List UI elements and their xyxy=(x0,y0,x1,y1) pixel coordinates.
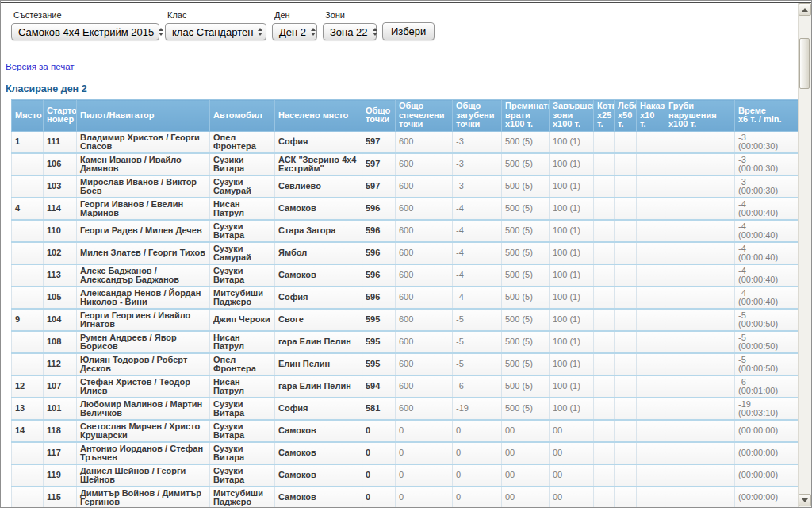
table-row: 12107Стефан Христов / Теодор ИлиевНисан … xyxy=(12,375,799,398)
select-arrows-icon xyxy=(258,28,262,36)
table-cell: Стара Загора xyxy=(275,220,362,242)
table-cell: 4 xyxy=(12,198,44,220)
table-cell: -4 xyxy=(453,198,502,220)
table-cell: -5 xyxy=(453,331,502,353)
scrollbar-thumb[interactable] xyxy=(799,38,810,89)
table-cell: Самоков xyxy=(275,198,362,220)
table-cell: Георги Радев / Милен Дечев xyxy=(77,220,210,242)
table-cell: Нисан Патрул xyxy=(210,375,275,398)
table-cell xyxy=(637,198,665,220)
table-cell: 0 xyxy=(396,487,453,508)
table-cell xyxy=(665,331,735,353)
table-cell: 597 xyxy=(362,175,396,198)
table-cell: Самоков xyxy=(275,487,362,508)
table-cell xyxy=(12,331,44,353)
table-cell: Опел Фронтера xyxy=(210,353,275,375)
table-cell xyxy=(615,242,637,264)
table-cell xyxy=(615,487,637,508)
scrollbar-up-button[interactable] xyxy=(799,3,811,16)
table-cell: 500 (5) xyxy=(502,242,550,264)
page-content: Състезание Самоков 4х4 Екстрийм 2015 Кла… xyxy=(1,3,798,507)
table-row: 106Камен Иванов / Ивайло ДамяновСузики В… xyxy=(12,153,799,175)
table-cell: 00 xyxy=(502,487,550,508)
table-cell: 100 (1) xyxy=(550,264,594,287)
select-button[interactable]: Избери xyxy=(382,22,435,40)
competition-select[interactable]: Самоков 4х4 Екстрийм 2015 xyxy=(11,23,159,40)
table-cell: 13 xyxy=(12,398,44,420)
vertical-scrollbar[interactable] xyxy=(798,3,811,507)
table-cell xyxy=(615,353,637,375)
table-cell: 104 xyxy=(44,309,77,331)
table-row: 117Антонио Иорданов / Стефан ТрънчевСузу… xyxy=(12,442,799,464)
table-row: 112Юлиян Тодоров / Роберт ДесковОпел Фро… xyxy=(12,353,799,375)
table-cell: 581 xyxy=(362,398,396,420)
class-select[interactable]: клас Стандартен xyxy=(165,23,266,40)
table-cell: 500 (5) xyxy=(502,353,550,375)
table-cell: Милен Златев / Георги Тихов xyxy=(77,242,210,264)
table-cell: 113 xyxy=(44,264,77,287)
table-cell xyxy=(665,287,735,309)
table-cell: София xyxy=(275,398,362,420)
table-cell xyxy=(665,264,735,287)
filter-bar: Състезание Самоков 4х4 Екстрийм 2015 Кла… xyxy=(11,10,798,40)
table-cell: 9 xyxy=(12,309,44,331)
table-cell: -4 (00:00:40) xyxy=(735,242,799,264)
table-cell: 0 xyxy=(362,464,396,487)
table-cell: 1 xyxy=(12,131,44,153)
table-cell xyxy=(12,220,44,242)
table-cell: 100 (1) xyxy=(550,331,594,353)
table-cell xyxy=(615,442,637,464)
table-cell: 100 (1) xyxy=(550,175,594,198)
table-cell: 597 xyxy=(362,131,396,153)
arrow-up-icon xyxy=(802,8,808,12)
table-cell: -3 (00:00:30) xyxy=(735,153,799,175)
table-cell: 103 xyxy=(44,175,77,198)
table-cell xyxy=(594,131,615,153)
column-header: Завършени зони х100 т. xyxy=(550,100,594,132)
table-cell: -3 (00:00:30) xyxy=(735,131,799,153)
table-cell: 600 xyxy=(396,287,453,309)
table-row: 105Александар Ненов / Йордан Николов - В… xyxy=(12,287,799,309)
table-cell xyxy=(615,131,637,153)
table-cell: 595 xyxy=(362,309,396,331)
table-cell xyxy=(637,331,665,353)
table-cell: Румен Андреев / Явор Борисов xyxy=(77,331,210,353)
table-cell: 596 xyxy=(362,242,396,264)
table-cell: Сузуки Витара xyxy=(210,464,275,487)
day-select-value: Ден 2 xyxy=(279,26,306,38)
table-row: 4114Георги Иванов / Евелин МариновНисан … xyxy=(12,198,799,220)
table-cell xyxy=(615,398,637,420)
table-cell: 00 xyxy=(550,464,594,487)
table-cell: 110 xyxy=(44,220,77,242)
table-cell: Сузуки Витара xyxy=(210,442,275,464)
field-class: Клас клас Стандартен xyxy=(165,10,266,40)
table-row: 1111Владимир Христов / Георги СпасовОпел… xyxy=(12,131,799,153)
table-cell xyxy=(12,264,44,287)
table-cell: 600 xyxy=(396,375,453,398)
table-cell: Самоков xyxy=(275,464,362,487)
table-cell: (00:00:00) xyxy=(735,487,799,508)
table-cell xyxy=(594,198,615,220)
table-cell xyxy=(637,398,665,420)
day-select[interactable]: Ден 2 xyxy=(272,23,317,40)
table-cell xyxy=(615,198,637,220)
print-version-link[interactable]: Версия за печат xyxy=(6,62,75,71)
table-cell xyxy=(637,420,665,442)
table-cell xyxy=(637,153,665,175)
table-cell xyxy=(665,442,735,464)
zones-select[interactable]: Зона 22 xyxy=(323,23,377,40)
table-cell: 0 xyxy=(453,442,502,464)
table-cell: (00:00:00) xyxy=(735,442,799,464)
table-cell: Сузуки Витара xyxy=(210,220,275,242)
column-header: Преминати врати х100 т. xyxy=(502,100,550,132)
table-cell: 500 (5) xyxy=(502,175,550,198)
field-day: Ден Ден 2 xyxy=(272,10,317,40)
scrollbar-down-button[interactable] xyxy=(799,494,811,506)
table-cell: Сузуки Самурай xyxy=(210,175,275,198)
table-cell: 100 (1) xyxy=(550,398,594,420)
table-cell: 594 xyxy=(362,375,396,398)
table-cell: 118 xyxy=(44,420,77,442)
table-cell xyxy=(665,220,735,242)
table-cell: 100 (1) xyxy=(550,242,594,264)
table-cell: Нисан Патрул xyxy=(210,198,275,220)
